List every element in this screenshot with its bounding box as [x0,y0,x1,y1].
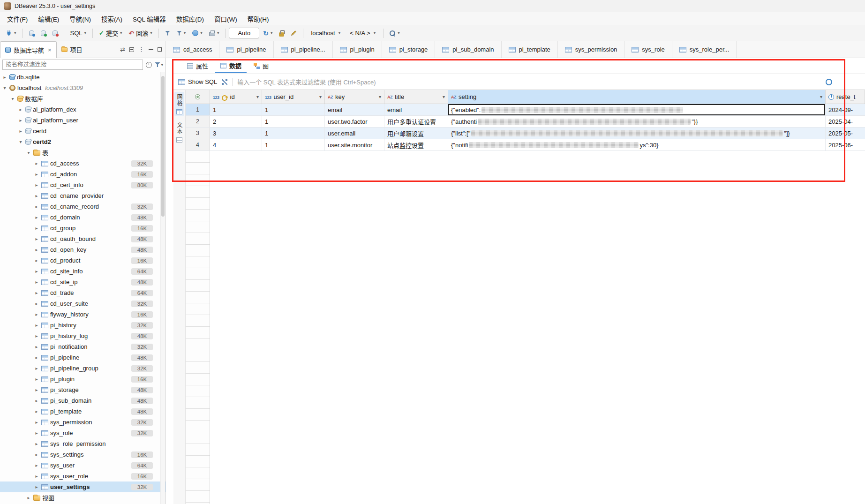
expand-chevron-icon[interactable] [34,333,39,339]
tree-item[interactable]: pi_history_log 48K [0,331,165,341]
cell-user-id[interactable]: 1 [262,139,325,150]
tree-item[interactable]: pi_template 48K [0,406,165,417]
show-sql-button[interactable]: Show SQL [178,78,217,85]
navigator-scrollbar[interactable] [160,72,165,504]
db-disconnect-button[interactable] [50,29,60,38]
view-mode-button[interactable]: 网格 [174,92,184,116]
link-editor-icon[interactable]: ⇄ [120,46,125,53]
expand-chevron-icon[interactable] [34,355,39,360]
tree-item[interactable]: sys_user 64K [0,460,165,471]
active-schema-combo[interactable]: < N/A > ▾ [346,30,380,37]
tree-item[interactable]: ai_platform_dex [0,104,165,115]
tree-item[interactable]: cd_open_key 48K [0,244,165,255]
lock-button[interactable] [276,29,287,38]
tree-item[interactable]: cd_cname_record 32K [0,201,165,212]
refresh-button[interactable]: ▾ [260,28,275,38]
active-connection-combo[interactable]: localhost ▾ [307,30,345,37]
expand-chevron-icon[interactable] [34,204,39,209]
cell-id[interactable]: 2 [210,116,262,127]
data-row[interactable]: 4 4 1 user.site.monitor 站点监控设置 {"notifi … [186,139,865,151]
close-tab-icon[interactable]: × [48,46,52,53]
cell-title[interactable]: 站点监控设置 [384,139,448,150]
tree-item[interactable]: pi_notification 32K [0,341,165,352]
column-dropdown-icon[interactable]: ▾ [820,95,822,99]
cell-id[interactable]: 4 [210,139,262,150]
tree-item[interactable]: cd_cname_provider [0,190,165,201]
editor-tab[interactable]: sys_role [624,41,672,58]
editor-subtab[interactable]: 图 [248,59,274,73]
expand-chevron-icon[interactable] [2,85,8,90]
tree-item[interactable]: pi_sub_domain 48K [0,395,165,406]
tree-item[interactable]: cd_addon 16K [0,169,165,180]
tree-item[interactable]: sys_settings 16K [0,449,165,460]
tree-item[interactable]: 视图 [0,492,165,503]
menu-item[interactable]: 数据库(D) [171,12,209,25]
expand-chevron-icon[interactable] [34,452,39,457]
column-header[interactable]: AZ key ▾ [325,90,384,104]
expand-chevron-icon[interactable] [18,107,23,112]
expand-chevron-icon[interactable] [34,474,39,479]
menu-item[interactable]: 帮助(H) [242,12,274,25]
tree-item[interactable]: cd_domain 48K [0,212,165,223]
cell-setting[interactable]: {"notifi ys":30} [448,139,826,150]
sql-filter-input[interactable]: 输入一个 SQL 表达式来过滤结果 (使用 Ctrl+Space) [237,77,376,86]
row-number-cell[interactable]: 2 [186,116,210,127]
row-number-header[interactable] [186,90,210,104]
minimize-icon[interactable] [149,49,153,50]
cell-key[interactable]: user.site.monitor [325,139,384,150]
expand-chevron-icon[interactable] [34,258,39,263]
tree-item[interactable]: pi_history 32K [0,320,165,331]
tree-item[interactable]: cd_oauth_bound 48K [0,233,165,244]
cell-user-id[interactable]: 1 [262,128,325,139]
editor-tab[interactable]: pi_plugin [333,41,382,58]
tree-item[interactable]: pi_pipeline_group 32K [0,363,165,374]
tree-item[interactable]: sys_role 32K [0,428,165,438]
column-header[interactable]: AZ id ▾ [210,90,262,104]
expand-chevron-icon[interactable] [34,182,39,188]
cell-create-time[interactable]: 2025-06- [826,139,865,150]
expand-chevron-icon[interactable] [26,150,31,155]
db-reconnect-button[interactable] [38,29,49,38]
expand-chevron-icon[interactable] [34,247,39,252]
menu-item[interactable]: 搜索(A) [96,12,128,25]
expand-chevron-icon[interactable] [34,323,39,328]
expand-chevron-icon[interactable] [34,398,39,403]
maximize-icon[interactable] [158,47,162,52]
cell-setting[interactable]: {"authenti "}} [448,116,826,127]
expand-chevron-icon[interactable] [34,290,39,295]
navigator-filter-funnel[interactable]: ▾ [155,62,163,67]
data-row[interactable]: 1 1 1 email email {"enabled": [186,104,865,116]
cell-create-time[interactable]: 2025-05- [826,128,865,139]
editor-tab[interactable]: cd_access [166,41,219,58]
tree-item[interactable]: 数据库 [0,93,165,104]
expand-chevron-icon[interactable] [34,269,39,274]
tree-item[interactable]: flyway_history 16K [0,309,165,320]
cell-title[interactable]: 用户邮箱设置 [384,128,448,139]
editor-tab[interactable]: pi_pipeline... [274,41,333,58]
cell-title[interactable]: email [384,104,448,115]
cell-key[interactable]: email [325,104,384,115]
expand-chevron-icon[interactable] [34,376,39,382]
expand-chevron-icon[interactable] [34,409,39,414]
cell-user-id[interactable]: 1 [262,104,325,115]
expand-chevron-icon[interactable] [34,484,39,489]
expand-chevron-icon[interactable] [18,118,23,123]
tree-item[interactable]: db.sqlite [0,72,165,83]
tree-item[interactable]: user_settings 32K [0,481,165,492]
data-row[interactable]: 2 2 1 user.two.factor 用户多重认证设置 {"authent… [186,116,865,128]
column-header[interactable]: AZ title ▾ [384,90,448,104]
history-icon[interactable] [146,62,152,68]
tree-item[interactable]: 表 [0,147,165,158]
column-dropdown-icon[interactable]: ▾ [443,95,445,99]
row-number-cell[interactable]: 4 [186,139,210,150]
sql-editor-button[interactable]: SQL ▾ [68,28,90,38]
data-row[interactable]: 3 3 1 user.email 用户邮箱设置 {"list":[" "]} [186,128,865,139]
tree-item[interactable]: pi_pipeline 48K [0,352,165,363]
menu-item[interactable]: 文件(F) [2,12,33,25]
editor-tab[interactable]: pi_pipeline [219,41,273,58]
expand-chevron-icon[interactable] [34,312,39,317]
tree-item[interactable]: pi_storage 48K [0,384,165,395]
menu-item[interactable]: 编辑(E) [33,12,64,25]
scrollbar-thumb[interactable] [161,76,165,217]
column-dropdown-icon[interactable]: ▾ [379,95,381,99]
